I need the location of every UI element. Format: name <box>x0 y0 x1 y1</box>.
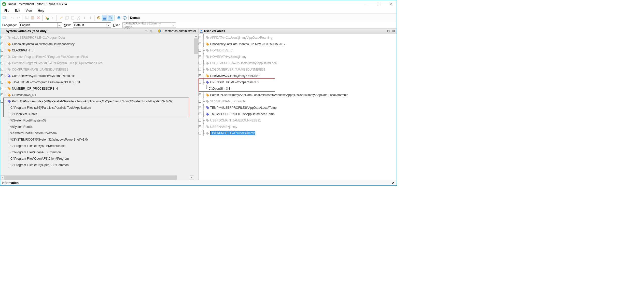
collapse-all-icon[interactable]: ⊟ <box>144 29 148 33</box>
menu-file[interactable]: File <box>2 8 12 13</box>
tree-expander[interactable]: + <box>199 125 201 128</box>
tree-expander[interactable]: + <box>199 43 201 45</box>
tree-item[interactable]: +JAVA_HOME=C:\Program Files\Java\jdk1.8.… <box>0 79 194 85</box>
tree-expander[interactable]: + <box>199 113 201 115</box>
toggle-panel-icon[interactable] <box>102 15 107 21</box>
tree-item[interactable]: +TMP=%USERPROFILE%\AppData\Local\Temp <box>199 111 397 117</box>
menu-view[interactable]: View <box>23 8 35 13</box>
tree-expander[interactable]: + <box>1 43 3 45</box>
tree-item[interactable]: C:\Program Files (x86)\OpenAFS\Common <box>0 162 194 168</box>
tree-item[interactable]: +TEMP=%USERPROFILE%\AppData\Local\Temp <box>199 104 397 111</box>
tree-expander[interactable]: + <box>199 68 201 71</box>
scrollbar-vertical[interactable]: ▲ <box>194 34 198 175</box>
user-dropdown[interactable]: JAMESDUNNE8B31\jimmy [logge... ▾ <box>122 22 176 28</box>
tree-expander[interactable]: − <box>199 81 201 84</box>
tree-expander[interactable]: + <box>1 93 3 96</box>
tree-item[interactable]: +OneDrive=C:\Users\jimmy\OneDrive <box>199 73 397 79</box>
tree-item[interactable]: %SystemRoot%\system32 <box>0 117 194 124</box>
tree-item[interactable]: C:\Program Files\OpenAFS\Client\Program <box>0 155 194 162</box>
tree-expander[interactable]: + <box>199 93 201 96</box>
tree-item[interactable]: +CLASSPATH=.; <box>0 47 194 53</box>
delete-icon[interactable] <box>36 15 41 21</box>
tree-item[interactable]: %SYSTEMROOT%\System32\WindowsPowerShell\… <box>0 136 194 143</box>
move-up-icon[interactable] <box>82 15 87 21</box>
tree-item[interactable]: C:\Program Files\OpenAFS\Common <box>0 149 194 155</box>
tree-item[interactable]: −OPENSIM_HOME=C:\OpenSim 3.3 <box>199 79 397 85</box>
system-vars-tree[interactable]: +ALLUSERSPROFILE=C:\ProgramData+Chocolat… <box>0 34 194 175</box>
toggle-tag-icon[interactable] <box>108 15 113 21</box>
skin-dropdown[interactable]: Default ▾ <box>73 22 111 28</box>
close-icon[interactable]: ✕ <box>391 181 395 185</box>
tree-item[interactable]: +ALLUSERSPROFILE=C:\ProgramData <box>0 34 194 41</box>
tree-item[interactable]: %SystemRoot% <box>0 124 194 130</box>
tree-item[interactable]: C:\Program Files (x86)\Parallels\Paralle… <box>0 104 194 111</box>
tree-expander[interactable]: + <box>1 68 3 71</box>
settings-icon[interactable] <box>96 15 102 21</box>
undo-icon[interactable] <box>10 15 15 21</box>
tree-item[interactable]: +SESSIONNAME=Console <box>199 98 397 104</box>
tree-item[interactable]: +Path=C:\Users\jimmy\AppData\Local\Micro… <box>199 92 397 98</box>
tree-expander[interactable]: + <box>199 74 201 77</box>
tree-item[interactable]: %SystemRoot%\System32\Wbem <box>0 130 194 136</box>
tree-expander[interactable]: + <box>199 106 201 109</box>
tree-item[interactable]: +COMPUTERNAME=JAMESDUNNE8B31 <box>0 66 194 73</box>
tree-expander[interactable]: + <box>1 74 3 77</box>
tree-expander[interactable]: + <box>1 62 3 64</box>
tree-expander[interactable]: + <box>199 55 201 58</box>
tree-item[interactable]: +LOGONSERVER=\\JAMESDUNNE8B31 <box>199 66 397 73</box>
tree-item[interactable]: C:\OpenSim 3.3 <box>199 85 397 92</box>
save-icon[interactable] <box>1 15 7 21</box>
help-icon[interactable]: ? <box>122 15 128 21</box>
maximize-button[interactable] <box>373 0 385 8</box>
tree-expander[interactable]: + <box>1 87 3 90</box>
tree-item[interactable]: +ChocolateyLastPathUpdate=Tue May 23 09:… <box>199 41 397 47</box>
tree-expander[interactable]: + <box>1 55 3 58</box>
user-vars-tree[interactable]: +APPDATA=C:\Users\jimmy\AppData\Roaming+… <box>199 34 397 180</box>
web-icon[interactable] <box>116 15 122 21</box>
tree-item[interactable]: +LOCALAPPDATA=C:\Users\jimmy\AppData\Loc… <box>199 60 397 66</box>
tree-item[interactable]: +CommonProgramFiles=C:\Program Files\Com… <box>0 53 194 60</box>
language-dropdown[interactable]: English ▾ <box>19 22 62 28</box>
tree-item[interactable]: C:\OpenSim 3.3\bin <box>0 111 194 117</box>
tree-expander[interactable]: + <box>199 119 201 122</box>
tree-item[interactable]: C:\Program Files (x86)\MIT\Kerberos\bin <box>0 143 194 149</box>
cut-icon[interactable] <box>76 15 81 21</box>
tree-item[interactable]: +APPDATA=C:\Users\jimmy\AppData\Roaming <box>199 34 397 41</box>
tree-item[interactable]: −Path=C:\Program Files (x86)\Parallels\P… <box>0 98 194 104</box>
tree-expander[interactable]: + <box>199 132 201 134</box>
tree-expander[interactable]: + <box>199 36 201 39</box>
paste-icon[interactable] <box>30 15 35 21</box>
minimize-button[interactable] <box>361 0 373 8</box>
close-button[interactable] <box>385 0 397 8</box>
tree-item[interactable]: +USERDOMAIN=JAMESDUNNE8B31 <box>199 117 397 124</box>
tree-item[interactable]: +NUMBER_OF_PROCESSORS=4 <box>0 85 194 92</box>
scrollbar-horizontal[interactable]: ◂ ▸ <box>0 175 198 180</box>
tree-item[interactable]: +HOMEPATH=\Users\jimmy <box>199 53 397 60</box>
tree-expander[interactable]: + <box>1 49 3 52</box>
tree-item[interactable]: +HOMEDRIVE=C: <box>199 47 397 53</box>
copy-icon[interactable] <box>24 15 30 21</box>
redo-icon[interactable] <box>16 15 21 21</box>
expand-all-icon[interactable]: ⊞ <box>149 29 153 33</box>
add-var-icon[interactable] <box>44 15 50 21</box>
collapse-all-icon[interactable]: ⊟ <box>386 29 390 33</box>
expand-all-icon[interactable]: ⊞ <box>391 29 396 33</box>
tree-expander[interactable]: + <box>199 100 201 103</box>
tree-expander[interactable]: + <box>1 81 3 84</box>
edit-icon[interactable] <box>58 15 64 21</box>
restart-as-admin-button[interactable]: Restart as administrator <box>163 29 197 33</box>
tree-item[interactable]: +OS=Windows_NT <box>0 92 194 98</box>
tree-item[interactable]: +USERPROFILE=C:\Users\jimmy <box>199 130 397 136</box>
menu-help[interactable]: Help <box>35 8 47 13</box>
tree-expander[interactable]: + <box>1 36 3 39</box>
copy2-icon[interactable] <box>64 15 70 21</box>
clipboard-icon[interactable] <box>70 15 76 21</box>
tree-expander[interactable]: + <box>199 49 201 52</box>
find-icon[interactable] <box>50 15 55 21</box>
tree-expander[interactable]: + <box>199 62 201 64</box>
tree-expander[interactable]: − <box>1 100 3 103</box>
tree-item[interactable]: +USERNAME=jimmy <box>199 124 397 130</box>
move-down-icon[interactable] <box>88 15 93 21</box>
tree-item[interactable]: +ComSpec=%SystemRoot%\system32\cmd.exe <box>0 73 194 79</box>
donate-button[interactable]: Donate <box>128 16 142 20</box>
